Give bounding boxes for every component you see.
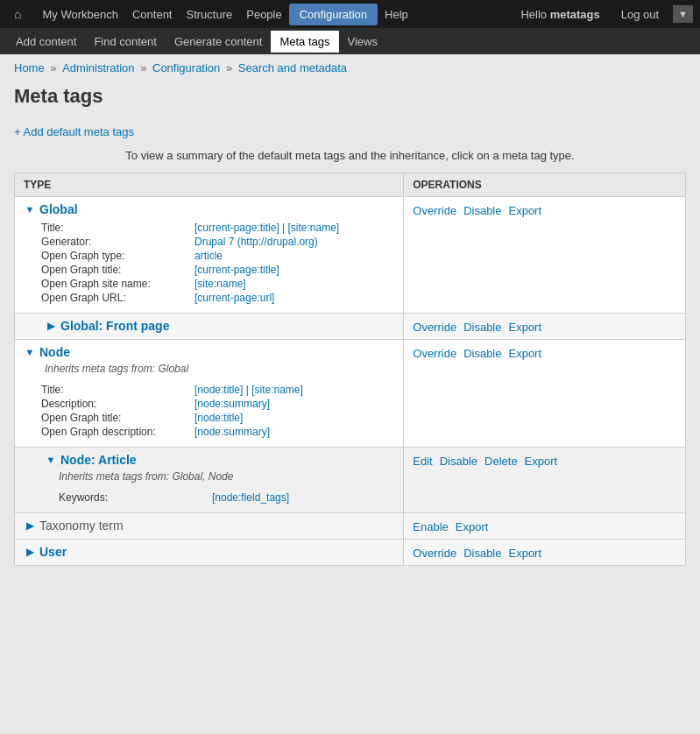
node-og-desc-value: [node:summary]	[194, 426, 270, 438]
global-front-collapse-btn[interactable]: ▶	[45, 320, 57, 332]
global-details: Title: [current-page:title] | [site:name…	[24, 216, 394, 307]
node-og-title-value: [node:title]	[194, 412, 243, 424]
node-article-operations: Edit Disable Delete Export	[413, 453, 676, 468]
nav-configuration[interactable]: Configuration	[289, 4, 378, 25]
global-og-site-row: Open Graph site name: [site:name]	[41, 278, 394, 290]
user-disable-link[interactable]: Disable	[463, 547, 501, 560]
global-og-url-label: Open Graph URL:	[41, 292, 194, 304]
global-generator-value: Drupal 7 (http://drupal.org)	[194, 236, 318, 248]
global-front-ops-cell: Override Disable Export	[404, 314, 686, 340]
node-export-link[interactable]: Export	[508, 347, 541, 360]
dropdown-button[interactable]: ▼	[673, 5, 693, 23]
global-front-label[interactable]: Global: Front page	[60, 319, 169, 333]
user-greeting: Hello metatags	[513, 8, 606, 21]
node-article-collapse-btn[interactable]: ▼	[45, 454, 57, 466]
node-type-header: ▼ Node	[24, 345, 394, 359]
breadcrumb-sep-1: »	[50, 61, 60, 74]
breadcrumb: Home » Administration » Configuration » …	[0, 54, 700, 81]
sec-nav-generate-content[interactable]: Generate content	[166, 31, 271, 53]
global-override-link[interactable]: Override	[413, 204, 456, 217]
taxonomy-label[interactable]: Taxonomy term	[39, 519, 124, 533]
global-generator-row: Generator: Drupal 7 (http://drupal.org)	[41, 236, 394, 248]
breadcrumb-search-metadata[interactable]: Search and metadata	[238, 61, 347, 74]
global-label[interactable]: Global	[39, 202, 78, 216]
content-area: + Add default meta tags To view a summar…	[0, 118, 700, 573]
table-row-user: ▶ User Override Disable Export	[15, 540, 686, 566]
global-og-site-value: [site:name]	[194, 278, 246, 290]
node-article-label[interactable]: Node: Article	[60, 453, 137, 467]
node-operations: Override Disable Export	[413, 345, 676, 360]
top-navigation: ⌂ My Workbench Content Structure People …	[0, 0, 700, 28]
global-disable-link[interactable]: Disable	[463, 204, 501, 217]
node-article-disable-link[interactable]: Disable	[440, 455, 477, 468]
global-front-operations: Override Disable Export	[413, 319, 676, 334]
sec-nav-meta-tags[interactable]: Meta tags	[271, 31, 338, 53]
table-row-taxonomy: ▶ Taxonomy term Enable Export	[15, 513, 686, 540]
global-og-url-value: [current-page:url]	[194, 292, 274, 304]
global-og-title-label: Open Graph title:	[41, 264, 194, 276]
nav-content[interactable]: Content	[125, 8, 180, 21]
global-front-type-header: ▶ Global: Front page	[24, 319, 394, 333]
node-article-inherits: Inherits meta tags from: Global, Node	[24, 467, 394, 486]
node-article-delete-link[interactable]: Delete	[484, 455, 518, 468]
global-og-type-value: article	[194, 250, 223, 262]
nav-people[interactable]: People	[239, 8, 288, 21]
nav-workbench[interactable]: My Workbench	[35, 8, 124, 21]
global-title-row: Title: [current-page:title] | [site:name…	[41, 222, 394, 234]
user-type-header: ▶ User	[24, 545, 394, 559]
node-desc-label: Description:	[41, 398, 194, 410]
global-front-export-link[interactable]: Export	[508, 321, 541, 334]
user-override-link[interactable]: Override	[413, 547, 456, 560]
node-article-edit-link[interactable]: Edit	[413, 455, 432, 468]
node-disable-link[interactable]: Disable	[463, 347, 501, 360]
node-article-details: Keywords: [node:field_tags]	[24, 486, 394, 507]
node-og-desc-row: Open Graph description: [node:summary]	[41, 426, 394, 438]
global-front-type-cell: ▶ Global: Front page	[15, 314, 404, 340]
node-article-export-link[interactable]: Export	[525, 455, 558, 468]
global-type-header: ▼ Global	[24, 202, 394, 216]
nav-structure[interactable]: Structure	[179, 8, 239, 21]
global-front-disable-link[interactable]: Disable	[463, 321, 501, 334]
node-desc-value: [node:summary]	[194, 398, 270, 410]
node-inherits: Inherits meta tags from: Global	[24, 359, 394, 378]
meta-tags-table: TYPE OPERATIONS ▼ Global Title: [current…	[14, 173, 686, 566]
breadcrumb-configuration[interactable]: Configuration	[152, 61, 220, 74]
user-section: Hello metatags Log out ▼	[513, 5, 693, 23]
global-og-site-label: Open Graph site name:	[41, 278, 194, 290]
logout-link[interactable]: Log out	[614, 8, 666, 21]
taxonomy-enable-link[interactable]: Enable	[413, 520, 448, 533]
global-title-label: Title:	[41, 222, 194, 234]
node-override-link[interactable]: Override	[413, 347, 456, 360]
global-front-override-link[interactable]: Override	[413, 321, 456, 334]
breadcrumb-home[interactable]: Home	[14, 61, 45, 74]
taxonomy-collapse-btn[interactable]: ▶	[24, 519, 36, 532]
global-ops-cell: Override Disable Export	[404, 197, 686, 314]
taxonomy-export-link[interactable]: Export	[456, 520, 489, 533]
user-export-link[interactable]: Export	[508, 547, 541, 560]
nav-help[interactable]: Help	[378, 8, 415, 21]
node-og-desc-label: Open Graph description:	[41, 426, 194, 438]
node-collapse-btn[interactable]: ▼	[24, 346, 36, 358]
global-og-url-row: Open Graph URL: [current-page:url]	[41, 292, 394, 304]
home-icon[interactable]: ⌂	[7, 7, 28, 21]
sec-nav-find-content[interactable]: Find content	[85, 31, 166, 53]
add-default-meta-tags-link[interactable]: + Add default meta tags	[14, 125, 134, 138]
global-collapse-btn[interactable]: ▼	[24, 203, 36, 215]
node-label[interactable]: Node	[39, 345, 70, 359]
taxonomy-ops-cell: Enable Export	[404, 513, 686, 540]
global-generator-label: Generator:	[41, 236, 194, 248]
sec-nav-add-content[interactable]: Add content	[7, 31, 85, 53]
node-ops-cell: Override Disable Export	[404, 340, 686, 448]
sec-nav-views[interactable]: Views	[339, 31, 386, 53]
global-export-link[interactable]: Export	[508, 204, 541, 217]
user-collapse-btn[interactable]: ▶	[24, 546, 36, 558]
table-row-global-front: ▶ Global: Front page Override Disable Ex…	[15, 314, 686, 340]
global-operations: Override Disable Export	[413, 202, 676, 217]
user-label[interactable]: User	[39, 545, 67, 559]
node-og-title-row: Open Graph title: [node:title]	[41, 412, 394, 424]
node-article-keywords-label: Keywords:	[59, 491, 212, 504]
user-type-cell: ▶ User	[15, 540, 404, 566]
user-ops-cell: Override Disable Export	[404, 540, 686, 566]
breadcrumb-administration[interactable]: Administration	[62, 61, 134, 74]
node-article-type-header: ▼ Node: Article	[24, 453, 394, 467]
